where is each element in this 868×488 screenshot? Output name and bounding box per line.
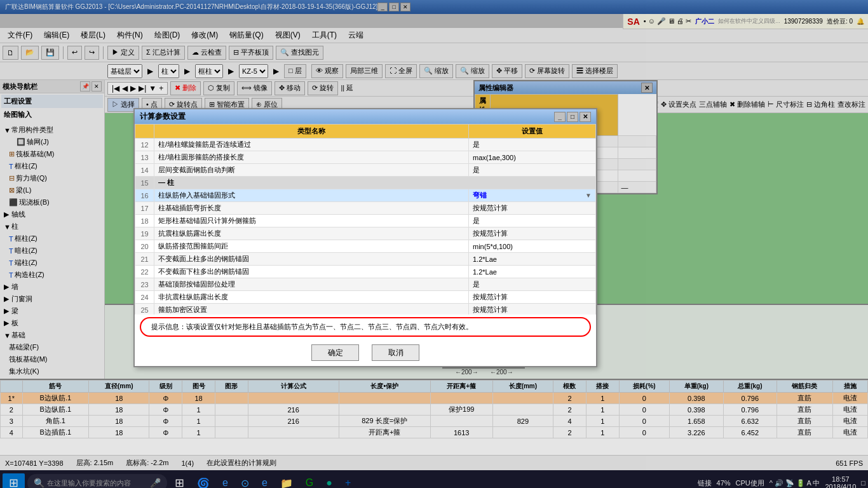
dialog-cancel-btn[interactable]: 取消 xyxy=(372,344,419,361)
row-17-name: 柱基础插筋弯折长度 xyxy=(154,202,469,215)
row-20-val[interactable]: min(5*d,100) xyxy=(469,240,596,253)
warning-container: 提示信息：该项设置仅针对矩形柱且基础插筋节点为节点一、节点二、节点三、节点四、节… xyxy=(140,317,591,337)
row-12-val[interactable]: 是 xyxy=(469,139,596,151)
dialog-ok-btn[interactable]: 确定 xyxy=(311,344,359,361)
warning-message: 提示信息：该项设置仅针对矩形柱且基础插筋节点为节点一、节点二、节点三、节点四、节… xyxy=(140,317,591,337)
row-16-val[interactable]: 弯锚 ▼ xyxy=(469,189,596,202)
col-num-header xyxy=(135,125,154,139)
row-19-num: 19 xyxy=(135,227,154,240)
dialog-row-15-section: 15 — 柱 xyxy=(135,177,596,189)
dropdown-arrow-16[interactable]: ▼ xyxy=(585,192,592,199)
row-15-section: — 柱 xyxy=(154,177,596,189)
row-22-name: 不变截面下柱多出的钢筋锚固 xyxy=(154,266,469,278)
dialog-row-18: 18 矩形柱基础锚固只计算外侧箍筋 是 xyxy=(135,215,596,227)
dialog-title: 计算参数设置 _ □ ✕ xyxy=(135,109,596,124)
row-19-name: 抗震柱纵筋露出长度 xyxy=(154,227,469,240)
dialog-scroll[interactable]: 类型名称 设置值 12 柱/墙柱螺旋箍筋是否连续通过 是 13 柱/墙柱圆形箍筋… xyxy=(135,124,596,315)
row-13-name: 柱/墙柱圆形箍筋的搭接长度 xyxy=(154,151,469,164)
dialog-overlay: 计算参数设置 _ □ ✕ 类型名称 设置值 12 xyxy=(0,0,868,488)
row-14-name: 层间变截面钢筋自动判断 xyxy=(154,164,469,177)
row-21-val[interactable]: 1.2*Lae xyxy=(469,253,596,266)
row-18-val[interactable]: 是 xyxy=(469,215,596,227)
dialog-close-btn[interactable]: ✕ xyxy=(580,112,591,122)
dialog-title-text: 计算参数设置 xyxy=(140,111,186,122)
col-val-header: 设置值 xyxy=(469,125,596,139)
dialog-row-20: 20 纵筋搭接范围箍筋间距 min(5*d,100) xyxy=(135,240,596,253)
row-15-num: 15 xyxy=(135,177,154,189)
row-17-val[interactable]: 按规范计算 xyxy=(469,202,596,215)
row-13-val[interactable]: max(1ae,300) xyxy=(469,151,596,164)
dialog-row-22: 22 不变截面下柱多出的钢筋锚固 1.2*Lae xyxy=(135,266,596,278)
row-16-name: 柱纵筋伸入基础锚固形式 xyxy=(154,189,469,202)
dialog-row-24: 24 非抗震柱纵筋露出长度 按规范计算 xyxy=(135,291,596,304)
dropdown-16[interactable]: 弯锚 ▼ xyxy=(473,191,592,200)
row-17-num: 17 xyxy=(135,202,154,215)
val-16-text: 弯锚 xyxy=(473,191,487,200)
dialog-row-12: 12 柱/墙柱螺旋箍筋是否连续通过 是 xyxy=(135,139,596,151)
row-12-name: 柱/墙柱螺旋箍筋是否连续通过 xyxy=(154,139,469,151)
row-25-val[interactable]: 按规范计算 xyxy=(469,304,596,315)
dialog-row-21: 21 不变截面上柱多出的钢筋锚固 1.2*Lae xyxy=(135,253,596,266)
dialog-footer: 确定 取消 xyxy=(135,339,596,366)
row-20-num: 20 xyxy=(135,240,154,253)
warning-text: 提示信息：该项设置仅针对矩形柱且基础插筋节点为节点一、节点二、节点三、节点四、节… xyxy=(151,323,473,330)
row-14-val[interactable]: 是 xyxy=(469,164,596,177)
row-12-num: 12 xyxy=(135,139,154,151)
row-16-num: 16 xyxy=(135,189,154,202)
dialog-row-17: 17 柱基础插筋弯折长度 按规范计算 xyxy=(135,202,596,215)
dialog-row-23: 23 基础顶部按锚固部位处理 是 xyxy=(135,278,596,291)
row-20-name: 纵筋搭接范围箍筋间距 xyxy=(154,240,469,253)
row-19-val[interactable]: 按规范计算 xyxy=(469,227,596,240)
row-18-name: 矩形柱基础锚固只计算外侧箍筋 xyxy=(154,215,469,227)
row-25-num: 25 xyxy=(135,304,154,315)
dialog-min-btn[interactable]: _ xyxy=(554,112,566,122)
dialog-row-16-selected[interactable]: 16 柱纵筋伸入基础锚固形式 弯锚 ▼ xyxy=(135,189,596,202)
col-type-header: 类型名称 xyxy=(154,125,469,139)
dialog-content-table: 类型名称 设置值 12 柱/墙柱螺旋箍筋是否连续通过 是 13 柱/墙柱圆形箍筋… xyxy=(135,124,596,315)
dialog-row-13: 13 柱/墙柱圆形箍筋的搭接长度 max(1ae,300) xyxy=(135,151,596,164)
row-22-num: 22 xyxy=(135,266,154,278)
dialog-row-25: 25 箍筋加密区设置 按规范计算 xyxy=(135,304,596,315)
row-14-num: 14 xyxy=(135,164,154,177)
dialog-row-14: 14 层间变截面钢筋自动判断 是 xyxy=(135,164,596,177)
dialog-max-btn[interactable]: □ xyxy=(567,112,578,122)
row-18-num: 18 xyxy=(135,215,154,227)
row-23-name: 基础顶部按锚固部位处理 xyxy=(154,278,469,291)
row-23-num: 23 xyxy=(135,278,154,291)
row-25-name: 箍筋加密区设置 xyxy=(154,304,469,315)
row-24-name: 非抗震柱纵筋露出长度 xyxy=(154,291,469,304)
row-21-num: 21 xyxy=(135,253,154,266)
row-24-num: 24 xyxy=(135,291,154,304)
calc-dialog: 计算参数设置 _ □ ✕ 类型名称 设置值 12 xyxy=(133,108,597,367)
row-22-val[interactable]: 1.2*Lae xyxy=(469,266,596,278)
dialog-row-19: 19 抗震柱纵筋露出长度 按规范计算 xyxy=(135,227,596,240)
row-13-num: 13 xyxy=(135,151,154,164)
row-24-val[interactable]: 按规范计算 xyxy=(469,291,596,304)
row-23-val[interactable]: 是 xyxy=(469,278,596,291)
row-21-name: 不变截面上柱多出的钢筋锚固 xyxy=(154,253,469,266)
